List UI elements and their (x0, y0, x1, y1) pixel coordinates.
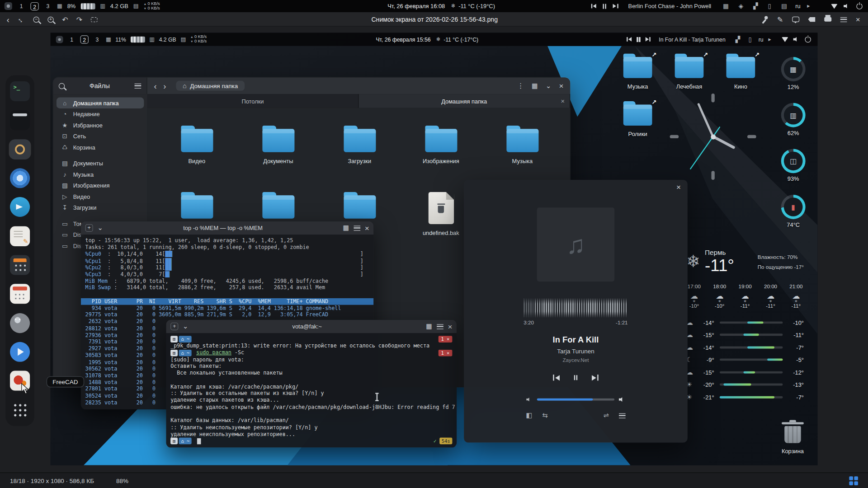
window-close-icon[interactable] (365, 224, 369, 232)
system-indicators[interactable] (831, 3, 863, 9)
breadcrumb[interactable]: Домашняя папка (176, 81, 244, 91)
tags-button[interactable] (808, 17, 816, 22)
folder-item[interactable]: Документы (237, 123, 319, 190)
sidebar-item[interactable]: ⊡ Сеть (57, 131, 144, 141)
zoom-level[interactable]: 88% (116, 477, 128, 484)
sidebar-item[interactable]: ◔ Недавние (57, 108, 144, 119)
view-toggle-icon[interactable] (532, 82, 538, 89)
sidebar-item[interactable]: ▧ Изображения (57, 180, 144, 191)
print-button[interactable] (824, 17, 831, 22)
volume-slider[interactable] (537, 399, 614, 401)
desktop-shortcut[interactable]: Лечебная (665, 52, 713, 99)
desktop-shortcut[interactable]: Ролики (614, 99, 661, 146)
sidebar-item[interactable]: ★ Избранное (57, 119, 144, 130)
system-monitor-icon[interactable] (106, 37, 111, 42)
sidebar-item[interactable]: ⌂ Домашняя папка (57, 98, 144, 108)
folder-item[interactable]: Загрузки (319, 123, 400, 190)
weather-indicator[interactable]: -11 °C (-19°C) (451, 3, 495, 9)
sidebar-item[interactable]: ♪ Музыка (57, 169, 144, 179)
zoom-out-button[interactable] (33, 16, 39, 22)
dock-item[interactable] (9, 139, 31, 159)
redo-button[interactable] (76, 16, 82, 23)
media-title[interactable]: In For A Kill - Tarja Turunen (659, 36, 725, 42)
terminal-menu-icon[interactable] (354, 225, 360, 230)
tab-dropdown-icon[interactable] (183, 323, 188, 330)
undo-button[interactable] (62, 16, 68, 23)
layout-icon[interactable] (426, 323, 432, 330)
chevron-icon[interactable] (807, 3, 810, 9)
dock-item[interactable] (9, 226, 31, 246)
workspace-button[interactable]: 3 (44, 2, 52, 10)
memory-usage[interactable]: 4.2 GB (159, 36, 176, 42)
color-picker-button[interactable] (761, 16, 769, 23)
workspace-button[interactable]: 2 (80, 35, 89, 43)
media-pause-button[interactable] (637, 37, 641, 42)
power-icon[interactable] (856, 3, 862, 9)
sidebar-item[interactable]: ↧ Загрузки (57, 202, 144, 213)
app-launcher-icon[interactable] (5, 2, 12, 10)
dock-item[interactable] (9, 284, 31, 304)
dock-item[interactable] (9, 342, 31, 362)
tray-shield-icon[interactable] (739, 3, 743, 9)
weather-indicator[interactable]: -11 °C (-17°C) (436, 36, 478, 42)
system-indicators[interactable] (782, 36, 811, 42)
gallery-grid-button[interactable] (849, 476, 858, 485)
new-tab-button[interactable] (85, 224, 93, 232)
new-tab-button[interactable] (170, 323, 178, 330)
desktop-shortcut[interactable]: Музыка (614, 52, 661, 99)
annotate-button[interactable] (777, 16, 783, 23)
keyboard-layout[interactable]: ru (795, 3, 800, 9)
player-close-icon[interactable] (676, 183, 681, 191)
tab-dropdown-icon[interactable] (98, 225, 103, 231)
sidebar-item[interactable]: ♺ Корзина (57, 141, 144, 152)
media-prev-button[interactable] (627, 37, 632, 42)
sidebar-item[interactable]: ▤ Документы (57, 158, 144, 169)
dock-item[interactable] (9, 81, 31, 101)
player-menu-icon[interactable] (619, 413, 626, 418)
zoom-in-button[interactable] (47, 16, 53, 22)
menu-button[interactable] (840, 17, 847, 22)
desktop-shortcut[interactable]: Кино (717, 52, 764, 99)
sidebar-menu-icon[interactable] (135, 83, 142, 88)
memory-usage[interactable]: 4.2 GB (110, 3, 128, 9)
player-next-button[interactable] (592, 375, 599, 380)
files-tab[interactable]: Домашняя папка (359, 94, 570, 108)
window-close-icon[interactable] (559, 82, 564, 89)
nav-forward-button[interactable] (163, 82, 166, 90)
trash-shortcut[interactable]: Корзина (777, 420, 809, 454)
folder-item[interactable]: Видео (156, 123, 237, 190)
volume-icon[interactable] (844, 3, 850, 9)
network-speeds[interactable]: 0 KB/s 0 KB/s (143, 2, 160, 11)
tray-extensions-icon[interactable] (736, 36, 740, 42)
workspace-button[interactable]: 3 (93, 35, 101, 43)
wifi-icon[interactable] (782, 37, 788, 42)
waveform-seekbar[interactable] (524, 298, 627, 317)
dock-item[interactable] (9, 255, 31, 275)
shuffle-icon[interactable] (542, 412, 547, 419)
dock-item[interactable] (9, 197, 31, 217)
files-tab[interactable]: Потолки (147, 94, 359, 108)
media-prev-button[interactable] (591, 4, 596, 9)
media-title[interactable]: Berlin Foot Chase - John Powell (628, 3, 712, 9)
cpu-sparkline[interactable] (80, 3, 95, 9)
nav-back-button[interactable] (154, 82, 156, 90)
screenshot-image[interactable]: 123 11% 4.2 GB 0 KB/s 0 KB/s Чт, 26 февр… (50, 33, 817, 465)
app-launcher-icon[interactable] (56, 36, 63, 43)
tray-extensions-icon[interactable] (753, 3, 758, 9)
dock-item[interactable] (9, 110, 31, 130)
chevron-icon[interactable] (769, 37, 771, 42)
more-options-icon[interactable] (517, 82, 524, 89)
cpu-sparkline[interactable] (131, 36, 145, 42)
cpu-load[interactable]: 8% (67, 3, 76, 9)
keyboard-layout[interactable]: ru (759, 36, 764, 42)
wifi-icon[interactable] (831, 4, 838, 9)
comment-button[interactable] (792, 17, 799, 22)
search-icon[interactable] (59, 83, 65, 89)
workspace-button[interactable]: 1 (67, 35, 75, 43)
player-pause-button[interactable] (574, 375, 578, 380)
tray-apps-icon[interactable] (723, 3, 729, 9)
repeat-icon[interactable] (604, 412, 609, 419)
sort-dropdown-icon[interactable] (546, 82, 551, 89)
player-prev-button[interactable] (553, 375, 560, 380)
volume-icon[interactable] (793, 37, 800, 42)
